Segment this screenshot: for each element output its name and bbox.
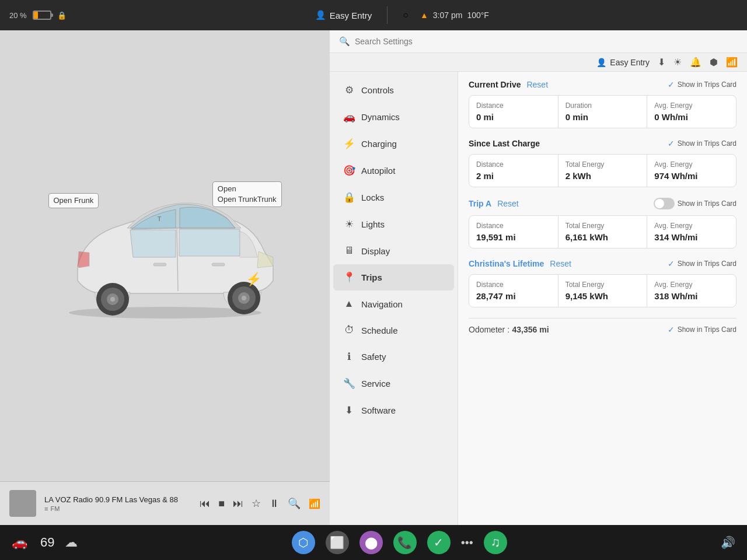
current-drive-stats: Distance 0 mi Duration 0 min Avg. Energy… [469, 95, 736, 128]
current-distance-cell: Distance 0 mi [469, 96, 558, 128]
lights-label: Lights [361, 219, 385, 229]
car-container: Open Frunk OpenOpen TrunkTrunk [0, 48, 330, 478]
bluetooth-icon[interactable]: ⬢ [710, 57, 718, 68]
taskbar-camera[interactable]: ⬤ [359, 531, 383, 554]
easy-entry-label: Easy Entry [330, 10, 372, 20]
current-drive-title: Current Drive [469, 80, 521, 89]
schedule-icon: ⏱ [343, 324, 355, 336]
service-label: Service [361, 379, 390, 388]
equalizer-button[interactable]: ⏸ [269, 498, 280, 510]
svg-point-11 [110, 297, 115, 302]
camera-icon: ⬤ [365, 536, 378, 550]
current-drive-reset[interactable]: Reset [526, 80, 548, 89]
odometer-reading: Odometer : 43,356 mi [469, 324, 549, 335]
trip-a-toggle[interactable] [654, 198, 675, 209]
dynamics-icon: 🚗 [343, 111, 355, 123]
trip-a-show-trips: Show in Trips Card [654, 198, 736, 209]
charging-label: Charging [361, 139, 397, 149]
locks-icon: 🔒 [343, 191, 355, 204]
sidebar-item-dynamics[interactable]: 🚗 Dynamics [333, 104, 454, 130]
trip-a-section: Trip A Reset Show in Trips Card Distance… [469, 198, 736, 249]
search-icon: 🔍 [339, 36, 350, 47]
taskbar-spotify[interactable]: ♫ [484, 531, 507, 554]
lifetime-stats: Distance 28,747 mi Total Energy 9,145 kW… [469, 274, 736, 307]
sidebar-item-schedule[interactable]: ⏱ Schedule [333, 317, 454, 343]
sidebar-item-charging[interactable]: ⚡ Charging [333, 131, 454, 157]
sidebar-item-trips[interactable]: 📍 Trips [333, 264, 454, 290]
sidebar-item-lights[interactable]: ☀ Lights [333, 211, 454, 237]
since-last-charge-title: Since Last Charge [469, 139, 540, 148]
sidebar-item-safety[interactable]: ℹ Safety [333, 344, 454, 370]
search-input[interactable] [355, 37, 738, 46]
sidebar-item-service[interactable]: 🔧 Service [333, 370, 454, 397]
sidebar-item-locks[interactable]: 🔒 Locks [333, 184, 454, 211]
locks-label: Locks [361, 192, 384, 202]
lights-icon: ☀ [343, 218, 355, 230]
stop-button[interactable]: ■ [218, 498, 225, 510]
easy-entry-header[interactable]: 👤 Easy Entry [596, 58, 650, 67]
screen-icon: ⬜ [330, 536, 344, 550]
person-icon-hdr: 👤 [596, 58, 606, 67]
prev-button[interactable]: ⏮ [200, 498, 210, 510]
sidebar-item-navigation[interactable]: ▲ Navigation [333, 291, 454, 317]
tripa-total-energy-cell: Total Energy 6,161 kWh [558, 216, 647, 248]
next-button[interactable]: ⏭ [233, 498, 243, 510]
lifetime-section: Christina's Lifetime Reset ✓ Show in Tri… [469, 259, 736, 307]
volume-icon[interactable]: 🔊 [721, 536, 735, 550]
since-last-charge-section: Since Last Charge ✓ Show in Trips Card D… [469, 139, 736, 187]
taskbar: 🚗 69 ☁ ⬡ ⬜ ⬤ 📞 ✓ ••• ♫ 🔊 [0, 525, 747, 560]
music-controls[interactable]: ⏮ ■ ⏭ ☆ ⏸ 🔍 [200, 497, 301, 510]
since-last-charge-stats: Distance 2 mi Total Energy 2 kWh Avg. En… [469, 154, 736, 187]
display-icon: 🖥 [343, 245, 355, 257]
signal-icon[interactable]: 📶 [726, 57, 738, 68]
sidebar-item-display[interactable]: 🖥 Display [333, 238, 454, 264]
brightness-icon[interactable]: ☀ [673, 57, 682, 68]
car-icon: 🚗 [12, 535, 27, 550]
trips-label: Trips [361, 272, 382, 282]
lifetime-avg-energy-cell: Avg. Energy 318 Wh/mi [647, 275, 736, 307]
lifetime-reset[interactable]: Reset [550, 259, 571, 268]
favorite-button[interactable]: ☆ [252, 497, 261, 510]
sidebar-item-autopilot[interactable]: 🎯 Autopilot [333, 158, 454, 184]
svg-rect-2 [153, 263, 166, 266]
controls-label: Controls [361, 85, 394, 95]
song-title: LA VOZ Radio 90.9 FM Las Vegas & 88 [44, 495, 191, 504]
taskbar-hvac[interactable]: ☁ [65, 535, 78, 550]
slc-avg-energy-cell: Avg. Energy 974 Wh/mi [647, 155, 736, 187]
schedule-label: Schedule [361, 326, 398, 335]
open-trunk-button[interactable]: OpenOpen TrunkTrunk [212, 181, 282, 207]
download-icon[interactable]: ⬇ [658, 57, 665, 68]
checkmark-icon: ✓ [668, 80, 675, 89]
software-icon: ⬇ [343, 404, 355, 416]
bell-icon[interactable]: 🔔 [690, 57, 701, 68]
easy-entry-status[interactable]: 👤 Easy Entry [315, 10, 372, 20]
left-panel: Open Frunk OpenOpen TrunkTrunk [0, 30, 330, 525]
since-last-charge-header: Since Last Charge ✓ Show in Trips Card [469, 139, 736, 148]
taskbar-phone[interactable]: 📞 [393, 531, 417, 554]
status-center: 👤 Easy Entry ○ ▲ 3:07 pm 100°F [67, 6, 738, 24]
sidebar-item-controls[interactable]: ⚙ Controls [333, 77, 454, 103]
bluetooth-taskbar-icon: ⬡ [298, 536, 308, 550]
taskbar-car[interactable]: 🚗 [12, 535, 27, 550]
current-time: 3:07 pm [433, 10, 463, 20]
current-drive-show-trips: ✓ Show in Trips Card [668, 80, 736, 89]
taskbar-messages[interactable]: ✓ [427, 531, 451, 554]
checkmark-icon-3: ✓ [668, 259, 675, 268]
checkmark-icon-2: ✓ [668, 139, 675, 148]
taskbar-more[interactable]: ••• [461, 536, 473, 550]
safety-label: Safety [361, 352, 386, 362]
taskbar-temperature: 69 [40, 535, 54, 550]
taskbar-screen[interactable]: ⬜ [326, 531, 349, 554]
search-music-button[interactable]: 🔍 [288, 497, 301, 510]
music-source: ≡ FM [44, 505, 191, 512]
open-frunk-button[interactable]: Open Frunk [48, 193, 99, 208]
temperature-display: 100°F [467, 10, 489, 20]
lifetime-total-energy-cell: Total Energy 9,145 kWh [558, 275, 647, 307]
trip-a-reset[interactable]: Reset [497, 199, 519, 208]
sidebar-item-software[interactable]: ⬇ Software [333, 397, 454, 424]
svg-text:T: T [157, 215, 161, 222]
taskbar-bluetooth[interactable]: ⬡ [292, 531, 315, 554]
battery-percentage: 20 % [9, 11, 27, 20]
current-drive-section: Current Drive Reset ✓ Show in Trips Card… [469, 80, 736, 128]
odometer-row: Odometer : 43,356 mi ✓ Show in Trips Car… [469, 318, 736, 341]
